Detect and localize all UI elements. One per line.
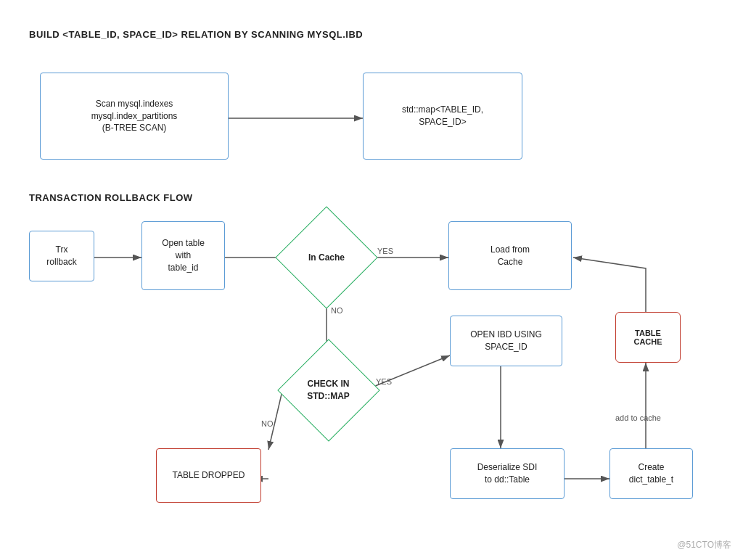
section1-title: BUILD <TABLE_ID, SPACE_ID> RELATION BY S… <box>29 29 363 40</box>
no2-label: NO <box>261 419 274 428</box>
yes1-label: YES <box>377 247 393 255</box>
in-cache-diamond-wrapper: In Cache <box>287 218 366 297</box>
yes2-label: YES <box>376 377 392 386</box>
load-cache-box: Load from Cache <box>448 221 572 290</box>
watermark: @51CTO博客 <box>677 539 731 551</box>
no1-label: NO <box>331 306 343 315</box>
section2-title: TRANSACTION ROLLBACK FLOW <box>29 192 193 203</box>
scan-box: Scan mysql.indexes mysql.index_partition… <box>40 73 229 160</box>
stdmap-top-box: std::map<TABLE_ID, SPACE_ID> <box>363 73 522 160</box>
check-std-diamond-wrapper: CHECK IN STD::MAP <box>287 348 370 432</box>
trx-box: Trx rollback <box>29 231 94 281</box>
in-cache-diamond <box>275 206 377 308</box>
diagram-container: BUILD <TABLE_ID, SPACE_ID> RELATION BY S… <box>0 0 743 560</box>
deserialize-box: Deserialize SDI to dd::Table <box>450 448 565 499</box>
open-ibd-box: OPEN IBD USING SPACE_ID <box>450 316 562 366</box>
table-cache-box: TABLE CACHE <box>615 312 681 363</box>
open-table-box: Open table with table_id <box>141 221 225 290</box>
table-dropped-box: TABLE DROPPED <box>156 448 261 503</box>
create-dict-box: Create dict_table_t <box>609 448 693 499</box>
check-std-diamond <box>277 339 379 441</box>
add-to-cache-label: add to cache <box>615 413 661 422</box>
